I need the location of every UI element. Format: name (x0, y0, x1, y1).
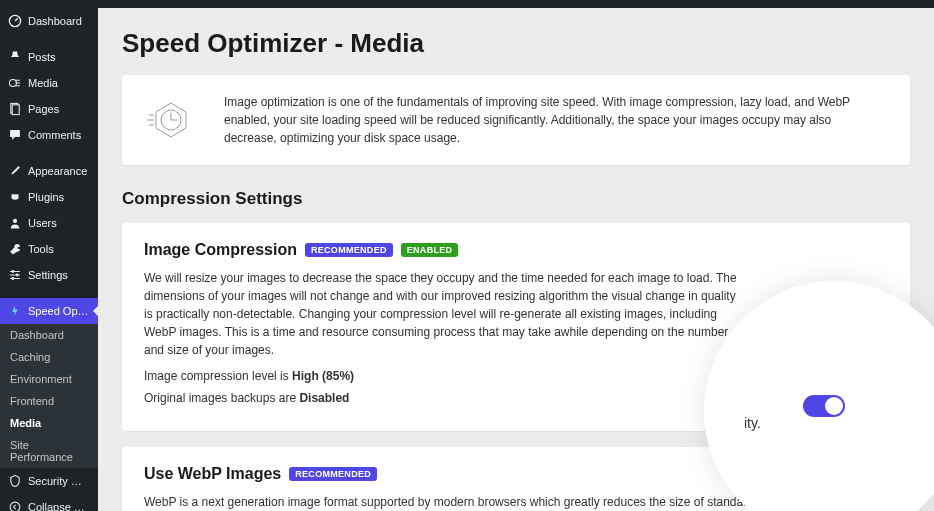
media-icon (8, 76, 22, 90)
truncated-text: ity. (744, 415, 761, 431)
sidebar-item-label: Dashboard (28, 15, 82, 27)
sidebar-item-label: Speed Optimizer (28, 305, 90, 317)
sidebar-item-label: Appearance (28, 165, 87, 177)
collapse-icon (8, 500, 22, 511)
svg-point-7 (12, 277, 15, 280)
backup-status: Original images backups are Disabled (144, 391, 743, 405)
webp-toggle[interactable] (803, 395, 845, 417)
page-icon (8, 102, 22, 116)
page-title: Speed Optimizer - Media (122, 28, 910, 59)
sidebar-item-speed-optimizer[interactable]: Speed Optimizer (0, 298, 98, 324)
admin-sidebar: Dashboard Posts Media Pages Comments App… (0, 8, 98, 511)
subnav: Dashboard Caching Environment Frontend M… (0, 324, 98, 468)
sidebar-item-label: Settings (28, 269, 68, 281)
svg-rect-3 (12, 105, 19, 115)
admin-bar (0, 0, 934, 8)
sliders-icon (8, 268, 22, 282)
sidebar-item-appearance[interactable]: Appearance (0, 158, 98, 184)
sidebar-item-plugins[interactable]: Plugins (0, 184, 98, 210)
sidebar-item-security-optimizer[interactable]: Security Optimizer (0, 468, 98, 494)
wrench-icon (8, 242, 22, 256)
dashboard-icon (8, 14, 22, 28)
sidebar-item-pages[interactable]: Pages (0, 96, 98, 122)
subnav-environment[interactable]: Environment (0, 368, 98, 390)
info-card: Image optimization is one of the fundame… (122, 75, 910, 165)
sidebar-item-comments[interactable]: Comments (0, 122, 98, 148)
user-icon (8, 216, 22, 230)
svg-point-8 (10, 502, 20, 511)
svg-point-1 (9, 80, 16, 87)
sidebar-item-label: Posts (28, 51, 56, 63)
sidebar-item-label: Security Optimizer (28, 475, 90, 487)
sidebar-item-label: Pages (28, 103, 59, 115)
badge-enabled: ENABLED (401, 243, 459, 257)
sidebar-item-label: Comments (28, 129, 81, 141)
subnav-media[interactable]: Media (0, 412, 98, 434)
card-description: We will resize your images to decrease t… (144, 269, 743, 359)
comment-icon (8, 128, 22, 142)
shield-icon (8, 474, 22, 488)
sidebar-item-label: Tools (28, 243, 54, 255)
media-hero-icon (146, 95, 196, 145)
section-title: Compression Settings (122, 189, 910, 209)
subnav-site-performance[interactable]: Site Performance (0, 434, 98, 468)
sidebar-item-label: Collapse menu (28, 501, 90, 511)
card-title: Image Compression (144, 241, 297, 259)
badge-recommended: RECOMMENDED (305, 243, 393, 257)
info-text: Image optimization is one of the fundame… (224, 93, 886, 147)
subnav-frontend[interactable]: Frontend (0, 390, 98, 412)
sidebar-item-label: Users (28, 217, 57, 229)
plug-icon (8, 190, 22, 204)
sidebar-item-collapse[interactable]: Collapse menu (0, 494, 98, 511)
pin-icon (8, 50, 22, 64)
sidebar-item-tools[interactable]: Tools (0, 236, 98, 262)
subnav-caching[interactable]: Caching (0, 346, 98, 368)
subnav-dashboard[interactable]: Dashboard (0, 324, 98, 346)
sidebar-item-users[interactable]: Users (0, 210, 98, 236)
sidebar-item-settings[interactable]: Settings (0, 262, 98, 288)
svg-point-6 (16, 274, 19, 277)
sidebar-item-label: Media (28, 77, 58, 89)
card-title: Use WebP Images (144, 465, 281, 483)
svg-point-4 (13, 219, 17, 223)
svg-point-5 (12, 270, 15, 273)
sidebar-item-dashboard[interactable]: Dashboard (0, 8, 98, 34)
compression-level: Image compression level is High (85%) (144, 369, 743, 383)
badge-recommended: RECOMMENDED (289, 467, 377, 481)
sidebar-item-label: Plugins (28, 191, 64, 203)
speed-icon (8, 304, 22, 318)
brush-icon (8, 164, 22, 178)
sidebar-item-media[interactable]: Media (0, 70, 98, 96)
sidebar-item-posts[interactable]: Posts (0, 44, 98, 70)
